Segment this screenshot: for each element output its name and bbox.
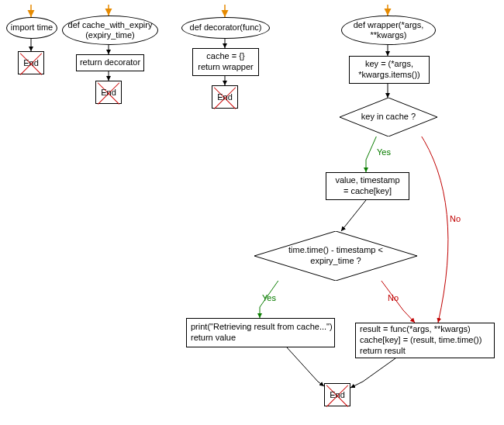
cond-timestamp: time.time() - timestamp < expiry_time ? bbox=[254, 231, 417, 281]
label: print("Retrieving result from cache...")… bbox=[191, 322, 333, 344]
def-wrapper: def wrapper(*args, **kwargs) bbox=[341, 16, 436, 45]
end-label: End bbox=[212, 92, 237, 102]
end-label: End bbox=[325, 390, 350, 399]
def-decorator: def decorator(func) bbox=[181, 17, 270, 39]
label: result = func(*args, **kwargs) cache[key… bbox=[360, 324, 482, 356]
label: key in cache ? bbox=[340, 112, 437, 123]
end-label: End bbox=[19, 58, 43, 67]
assign-key: key = (*args, *kwargs.items()) bbox=[349, 56, 430, 84]
end-node-2: End bbox=[95, 81, 122, 104]
edge-label-yes-2: Yes bbox=[262, 293, 276, 302]
decorator-body: cache = {} return wrapper bbox=[192, 48, 259, 76]
end-node-4: End bbox=[324, 383, 350, 406]
label: time.time() - timestamp < expiry_time ? bbox=[254, 245, 417, 267]
flowchart-canvas: import time End def cache_with_expiry (e… bbox=[0, 0, 504, 425]
edge-label-no-1: No bbox=[450, 214, 461, 223]
def-cache-with-expiry: def cache_with_expiry (expiry_time) bbox=[62, 16, 158, 45]
label: def wrapper(*args, **kwargs) bbox=[354, 20, 424, 40]
svg-line-11 bbox=[341, 200, 366, 231]
start-import-time: import time bbox=[6, 17, 57, 39]
label: value, timestamp = cache[key] bbox=[335, 175, 399, 197]
label: key = (*args, *kwargs.items()) bbox=[358, 59, 419, 81]
label: import time bbox=[11, 22, 53, 33]
end-node-1: End bbox=[18, 51, 44, 74]
label: def cache_with_expiry (expiry_time) bbox=[68, 20, 153, 40]
end-label: End bbox=[96, 88, 121, 97]
label: return decorator bbox=[80, 57, 140, 68]
return-decorator: return decorator bbox=[76, 54, 144, 71]
label: def decorator(func) bbox=[190, 22, 262, 33]
edge-label-no-2: No bbox=[388, 293, 399, 302]
label: cache = {} return wrapper bbox=[198, 51, 254, 73]
end-node-3: End bbox=[212, 85, 238, 109]
cond-key-in-cache: key in cache ? bbox=[340, 98, 437, 136]
edge-label-yes-1: Yes bbox=[377, 147, 391, 157]
compute-store-return: result = func(*args, **kwargs) cache[key… bbox=[355, 323, 495, 358]
print-and-return-cached: print("Retrieving result from cache...")… bbox=[186, 318, 335, 347]
cache-hit-unpack: value, timestamp = cache[key] bbox=[326, 172, 409, 200]
